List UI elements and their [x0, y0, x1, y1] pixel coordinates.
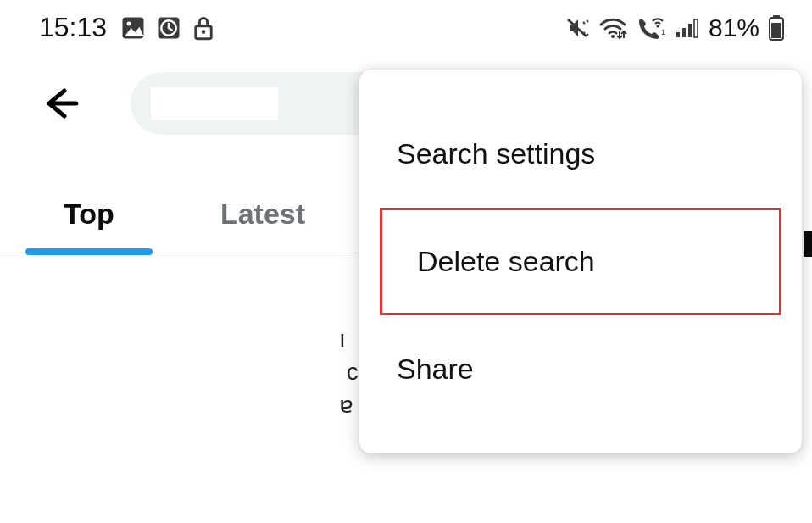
- mute-vibrate-icon: [565, 16, 590, 40]
- lock-icon: [192, 15, 215, 41]
- search-text-area: [151, 87, 278, 120]
- menu-item-delete-search[interactable]: Delete search: [380, 208, 781, 315]
- menu-item-search-settings[interactable]: Search settings: [359, 100, 802, 208]
- svg-point-1: [127, 21, 131, 25]
- tab-latest[interactable]: Latest: [178, 181, 348, 253]
- menu-item-share[interactable]: Share: [359, 315, 802, 423]
- tab-label: Latest: [220, 198, 305, 230]
- partial-tab-right: [804, 231, 812, 257]
- svg-point-5: [202, 30, 206, 34]
- svg-rect-16: [771, 23, 781, 38]
- svg-rect-10: [676, 32, 680, 37]
- tab-top[interactable]: Top: [0, 181, 178, 253]
- menu-item-label: Share: [397, 353, 474, 385]
- battery-percentage: 81%: [709, 14, 759, 42]
- obscured-content: ı cɐ: [339, 322, 359, 422]
- back-arrow-icon: [41, 84, 80, 123]
- svg-rect-13: [694, 19, 698, 37]
- signal-icon: [675, 17, 700, 39]
- back-button[interactable]: [41, 84, 80, 123]
- svg-point-7: [611, 35, 615, 38]
- wifi-icon: [598, 16, 627, 40]
- status-right: 1 81%: [565, 14, 785, 42]
- menu-item-label: Delete search: [417, 245, 595, 277]
- svg-rect-12: [688, 24, 692, 37]
- status-bar: 15:13 1 81%: [0, 0, 812, 52]
- battery-icon: [768, 15, 785, 41]
- clock-icon: [156, 15, 181, 41]
- svg-rect-11: [682, 28, 686, 37]
- status-left: 15:13: [39, 12, 215, 43]
- svg-text:1: 1: [661, 28, 665, 36]
- menu-item-label: Search settings: [397, 137, 595, 170]
- tab-active-indicator: [25, 248, 153, 255]
- svg-point-8: [656, 25, 659, 27]
- tab-label: Top: [64, 198, 114, 230]
- clock-time: 15:13: [39, 12, 107, 43]
- wifi-calling-icon: 1: [636, 16, 666, 40]
- image-icon: [120, 15, 146, 41]
- overflow-menu: Search settings Delete search Share: [359, 70, 802, 453]
